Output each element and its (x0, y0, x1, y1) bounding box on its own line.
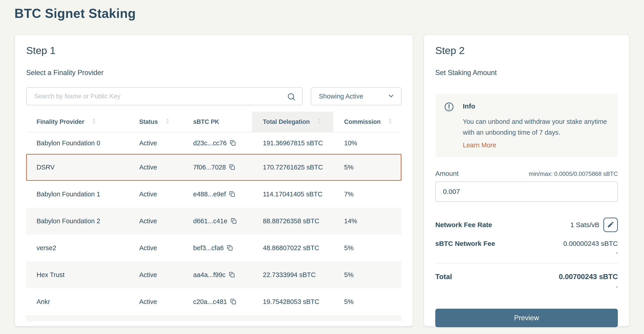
edit-fee-rate-button[interactable] (604, 218, 618, 232)
status-filter-selected: Showing Active (319, 93, 363, 100)
table-row[interactable]: Hex Trust Active aa4a...f99c 22.7333994 … (26, 261, 402, 288)
cell-finality-provider: DSRV (36, 163, 139, 171)
sort-arrows-icon (166, 118, 170, 126)
cell-commission: 5% (344, 271, 402, 279)
total-secondary: - (435, 283, 618, 290)
copy-icon (230, 140, 236, 147)
cell-finality-provider: Babylon Foundation 0 (36, 139, 139, 147)
column-header-finality-provider[interactable]: Finality Provider (36, 112, 139, 132)
sort-arrows-icon (92, 118, 96, 126)
amount-label: Amount (435, 170, 458, 178)
step1-subtitle: Select a Finality Provider (26, 69, 402, 77)
pencil-icon (607, 221, 614, 229)
network-fee-rate-value-group: 1 Sats/vB (570, 218, 618, 232)
copy-icon (229, 191, 235, 198)
preview-button[interactable]: Preview (435, 309, 618, 327)
total-row: Total 0.00700243 sBTC (435, 273, 618, 281)
cell-finality-provider: Babylon Foundation 2 (36, 217, 139, 225)
info-title: Info (463, 101, 609, 113)
cell-status: Active (139, 191, 193, 198)
copy-pk-button[interactable] (229, 164, 235, 171)
cell-total-delegation: 22.7333994 sBTC (263, 271, 344, 279)
search-input[interactable] (27, 88, 302, 105)
network-fee-rate-row: Network Fee Rate 1 Sats/vB (435, 218, 618, 232)
cell-finality-provider: Babylon Foundation 1 (36, 191, 139, 198)
status-filter-dropdown[interactable]: Showing Active (311, 87, 402, 105)
column-header-label: Finality Provider (36, 118, 84, 125)
sbtc-pk-text: c20a...c481 (193, 298, 227, 305)
panels-container: Step 1 Select a Finality Provider Showin… (0, 34, 644, 326)
cell-finality-provider: Ankr (36, 298, 139, 305)
table-row[interactable]: verse2 Active bef3...cfa6 48.86807022 sB… (26, 235, 402, 261)
step2-title: Step 2 (435, 45, 618, 57)
cell-status: Active (139, 217, 193, 225)
copy-pk-button[interactable] (230, 140, 236, 147)
column-header-label: sBTC PK (193, 118, 219, 125)
learn-more-link[interactable]: Learn More (463, 141, 496, 149)
step1-panel: Step 1 Select a Finality Provider Showin… (14, 34, 413, 326)
total-value: 0.00700243 sBTC (559, 273, 618, 281)
column-header-status[interactable]: Status (139, 112, 193, 132)
sbtc-network-fee-value: 0.00000243 sBTC (563, 240, 618, 247)
sbtc-network-fee-label: sBTC Network Fee (435, 240, 495, 247)
column-header-label: Total Delegation (263, 118, 310, 125)
cell-total-delegation: 114.17041405 sBTC (263, 191, 344, 198)
search-icon (287, 92, 296, 102)
total-label: Total (435, 273, 452, 281)
page-title: BTC Signet Staking (0, 0, 644, 21)
staking-amount-input[interactable] (435, 182, 618, 202)
column-header-commission[interactable]: Commission (344, 112, 402, 132)
finality-provider-table: Finality Provider Status sBTC PK Total D… (26, 112, 402, 321)
table-body: Babylon Foundation 0 Active d23c...cc76 … (26, 132, 402, 315)
sbtc-network-fee-secondary: - (435, 249, 618, 256)
copy-pk-button[interactable] (229, 272, 235, 278)
copy-pk-button[interactable] (230, 218, 237, 225)
column-header-label: Status (139, 118, 158, 125)
step1-title: Step 1 (26, 45, 402, 57)
table-row[interactable]: Babylon Foundation 2 Active d661...c41e … (26, 208, 402, 235)
copy-icon (229, 272, 235, 278)
sbtc-pk-text: d23c...cc76 (193, 139, 226, 147)
copy-icon (229, 164, 235, 171)
cell-total-delegation: 191.36967815 sBTC (263, 139, 344, 147)
info-icon (444, 101, 457, 113)
cell-sbtc-pk: d23c...cc76 (193, 139, 263, 147)
cell-commission: 10% (344, 139, 402, 147)
cell-commission: 7% (344, 191, 402, 198)
sbtc-pk-text: d661...c41e (193, 217, 228, 225)
copy-pk-button[interactable] (227, 245, 233, 252)
cell-sbtc-pk: e488...e9ef (193, 191, 263, 198)
table-row[interactable]: Babylon Foundation 1 Active e488...e9ef … (26, 181, 402, 208)
cell-commission: 5% (344, 244, 402, 252)
sbtc-pk-text: aa4a...f99c (193, 271, 226, 279)
search-box (26, 87, 302, 105)
sbtc-network-fee-row: sBTC Network Fee 0.00000243 sBTC (435, 240, 618, 247)
cell-status: Active (139, 139, 193, 147)
copy-pk-button[interactable] (230, 298, 236, 305)
step2-panel: Step 2 Set Staking Amount Info You can u… (424, 34, 630, 326)
cell-status: Active (139, 244, 193, 252)
cell-sbtc-pk: 7f06...7028 (193, 163, 263, 171)
cell-sbtc-pk: c20a...c481 (193, 298, 263, 305)
cell-sbtc-pk: d661...c41e (193, 217, 263, 225)
step2-subtitle: Set Staking Amount (435, 69, 618, 77)
copy-icon (227, 245, 233, 252)
sbtc-pk-text: e488...e9ef (193, 191, 226, 198)
sbtc-pk-text: bef3...cfa6 (193, 244, 224, 252)
cell-commission: 5% (344, 298, 402, 305)
table-row[interactable]: Ankr Active c20a...c481 19.75428053 sBTC… (26, 288, 402, 315)
column-header-total-delegation[interactable]: Total Delegation (263, 112, 344, 132)
copy-icon (230, 298, 236, 305)
table-row[interactable]: Babylon Foundation 0 Active d23c...cc76 … (26, 132, 402, 154)
info-body: You can unbond and withdraw your stake a… (463, 116, 609, 138)
cell-total-delegation: 170.72761625 sBTC (263, 163, 344, 171)
amount-minmax: min/max: 0.0005/0.0075868 sBTC (529, 171, 618, 178)
amount-label-row: Amount min/max: 0.0005/0.0075868 sBTC (435, 170, 618, 178)
copy-pk-button[interactable] (229, 191, 235, 198)
cell-finality-provider: verse2 (36, 244, 139, 252)
chevron-down-icon (388, 92, 395, 100)
copy-icon (230, 218, 237, 225)
cell-total-delegation: 48.86807022 sBTC (263, 244, 344, 252)
table-row[interactable]: DSRV Active 7f06...7028 170.72761625 sBT… (26, 154, 402, 181)
cell-finality-provider: Hex Trust (36, 271, 139, 279)
